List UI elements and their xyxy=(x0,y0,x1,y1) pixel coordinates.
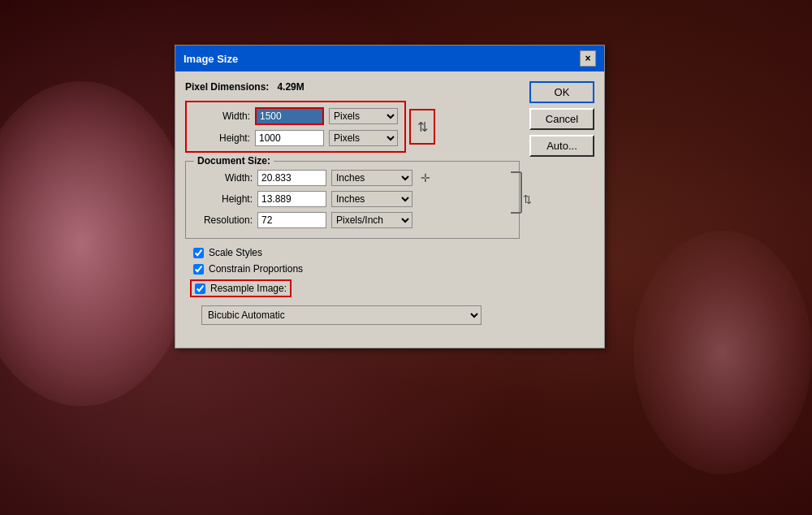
width-unit-select[interactable]: Pixels Percent xyxy=(329,108,398,124)
doc-height-unit-select[interactable]: Inches cm xyxy=(331,191,412,207)
height-row: Height: Pixels Percent xyxy=(193,130,398,146)
doc-link-bracket xyxy=(511,171,522,214)
doc-height-row: Height: Inches cm xyxy=(196,191,509,207)
doc-link-icon: ⇅ xyxy=(523,193,532,206)
dialog-body: Pixel Dimensions: 4.29M Width: Pixels xyxy=(175,71,604,335)
crosshair-icon: ✛ xyxy=(421,171,430,184)
resample-row: Resample Image: xyxy=(190,279,292,297)
image-size-dialog: Image Size × Pixel Dimensions: 4.29M xyxy=(175,45,605,348)
resample-label: Resample Image: xyxy=(210,283,287,294)
width-row: Width: Pixels Percent xyxy=(193,107,398,125)
resolution-row: Resolution: Pixels/Inch Pixels/cm xyxy=(196,212,509,228)
doc-size-fields: Width: Inches cm mm Points Picas Columns… xyxy=(196,170,509,228)
ok-button[interactable]: OK xyxy=(529,81,594,103)
dialog-titlebar: Image Size × xyxy=(175,45,604,71)
pixel-fields-box: Width: Pixels Percent Height: xyxy=(185,101,406,153)
scale-styles-checkbox[interactable] xyxy=(193,248,204,258)
dialog-main: Pixel Dimensions: 4.29M Width: Pixels xyxy=(185,81,520,325)
constrain-proportions-row: Constrain Proportions xyxy=(190,263,520,275)
doc-width-unit-select[interactable]: Inches cm mm Points Picas Columns xyxy=(331,170,412,186)
resolution-label: Resolution: xyxy=(196,214,253,226)
width-label: Width: xyxy=(193,110,250,122)
resolution-input[interactable] xyxy=(257,212,326,228)
doc-height-input[interactable] xyxy=(257,191,326,207)
pixel-dimensions-section: Pixel Dimensions: 4.29M Width: Pixels xyxy=(185,81,520,153)
pixel-dimensions-header: Pixel Dimensions: 4.29M xyxy=(185,81,520,93)
height-input[interactable] xyxy=(255,130,324,146)
resample-method-row: Bicubic Automatic Preserve Details (enla… xyxy=(185,305,520,325)
pixel-fields-container: Width: Pixels Percent Height: xyxy=(185,101,520,153)
dialog-title: Image Size xyxy=(184,53,238,65)
resample-checkbox[interactable] xyxy=(195,283,205,294)
resolution-unit-select[interactable]: Pixels/Inch Pixels/cm xyxy=(331,212,412,228)
scale-styles-label: Scale Styles xyxy=(209,247,262,258)
chain-icon: ⇅ xyxy=(417,119,428,135)
constrain-checkbox[interactable] xyxy=(193,264,204,275)
scale-styles-row: Scale Styles xyxy=(190,247,520,258)
document-size-section: Document Size: Width: Inches cm mm Point… xyxy=(185,161,520,239)
constrain-label: Constrain Proportions xyxy=(209,263,303,275)
auto-button[interactable]: Auto... xyxy=(529,135,594,157)
document-size-legend: Document Size: xyxy=(194,155,274,167)
height-unit-select[interactable]: Pixels Percent xyxy=(329,130,398,146)
close-button[interactable]: × xyxy=(580,50,596,67)
doc-width-row: Width: Inches cm mm Points Picas Columns… xyxy=(196,170,509,186)
height-label: Height: xyxy=(193,132,250,144)
width-input[interactable] xyxy=(255,107,324,125)
doc-width-input[interactable] xyxy=(257,170,326,186)
dialog-buttons: OK Cancel Auto... xyxy=(529,81,594,325)
pixel-link-icon[interactable]: ⇅ xyxy=(409,109,435,145)
doc-height-label: Height: xyxy=(196,193,253,205)
checkboxes-section: Scale Styles Constrain Proportions Resam… xyxy=(185,247,520,302)
resample-method-select[interactable]: Bicubic Automatic Preserve Details (enla… xyxy=(201,305,482,325)
doc-width-label: Width: xyxy=(196,172,253,184)
cancel-button[interactable]: Cancel xyxy=(529,108,594,130)
